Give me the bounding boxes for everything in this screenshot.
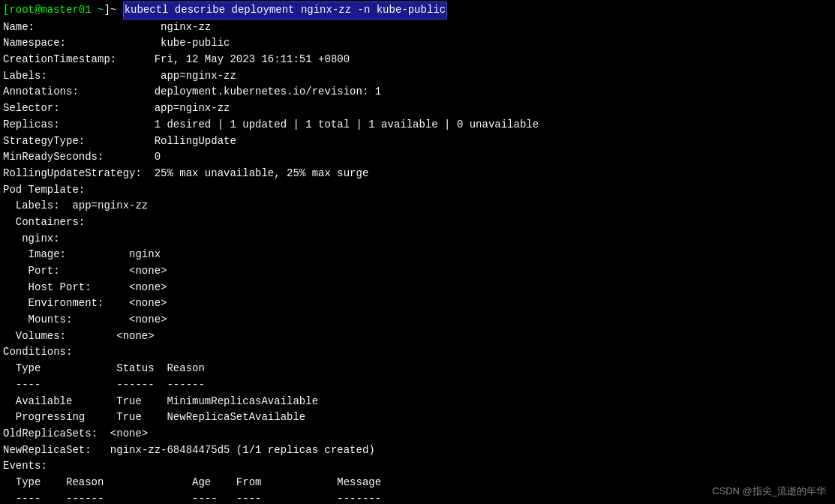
val-volumes: Volumes: <none> — [3, 328, 155, 345]
terminal: [root@master01 ~]~ kubectl describe depl… — [0, 0, 835, 504]
key-namespace: Namespace: — [3, 35, 66, 52]
output-line-27: NewReplicaSet: nginx-zz-68484475d5 (1/1 … — [3, 442, 832, 459]
output-line-17: Host Port: <none> — [3, 280, 832, 296]
output-line-29: Type Reason Age From Message — [3, 475, 832, 491]
val-pod-labels: Labels: app=nginx-zz — [3, 198, 148, 214]
output-line-8: StrategyType: RollingUpdate — [3, 134, 832, 150]
val-containers: Containers: — [3, 214, 85, 231]
val-environment: Environment: <none> — [3, 296, 167, 312]
key-conditions: Conditions: — [3, 344, 72, 361]
key-minready: MinReadySeconds: — [3, 149, 104, 166]
output-line-9: MinReadySeconds: 0 — [3, 149, 832, 166]
val-events-dashes: ---- ------ ---- ---- ------- — [3, 491, 381, 504]
output-line-14: nginx: — [3, 231, 832, 248]
val-creation: Fri, 12 May 2023 16:11:51 +0800 — [116, 52, 350, 68]
val-mounts: Mounts: <none> — [3, 312, 167, 328]
val-available: Available True MinimumReplicasAvailable — [3, 394, 318, 410]
val-events-header: Type Reason Age From Message — [3, 475, 381, 491]
val-namespace: kube-public — [66, 35, 230, 52]
key-creation: CreationTimestamp: — [3, 52, 116, 68]
val-conditions-header: Type Status Reason — [3, 361, 205, 377]
val-newreplicaset: nginx-zz-68484475d5 (1/1 replicas create… — [92, 442, 375, 459]
output-line-24: Available True MinimumReplicasAvailable — [3, 394, 832, 410]
prompt-user: [root@master01 — [3, 2, 92, 19]
val-strategy: RollingUpdate — [85, 134, 236, 150]
key-name: Name: — [3, 20, 35, 36]
val-rollingstrategy: 25% max unavailable, 25% max surge — [142, 166, 368, 182]
output-line-19: Mounts: <none> — [3, 312, 832, 328]
val-selector: app=nginx-zz — [60, 100, 230, 117]
output-line-2: Namespace: kube-public — [3, 35, 832, 52]
output-line-3: CreationTimestamp: Fri, 12 May 2023 16:1… — [3, 52, 832, 68]
key-labels: Labels: — [3, 68, 47, 85]
key-replicas: Replicas: — [3, 117, 60, 134]
val-name: nginx-zz — [35, 20, 211, 36]
key-rollingstrategy: RollingUpdateStrategy: — [3, 166, 142, 182]
val-hostport: Host Port: <none> — [3, 280, 167, 296]
val-image: Image: nginx — [3, 247, 161, 263]
key-selector: Selector: — [3, 100, 60, 117]
key-newreplicaset: NewReplicaSet: — [3, 442, 92, 459]
val-progressing: Progressing True NewReplicaSetAvailable — [3, 410, 305, 426]
val-conditions-dashes: ---- ------ ------ — [3, 377, 205, 394]
prompt-space — [92, 2, 98, 19]
output-line-6: Selector: app=nginx-zz — [3, 100, 832, 117]
val-annotations: deployment.kubernetes.io/revision: 1 — [79, 84, 381, 100]
output-line-13: Containers: — [3, 214, 832, 231]
output-line-1: Name: nginx-zz — [3, 20, 832, 36]
key-annotations: Annotations: — [3, 84, 79, 100]
command-text: kubectl describe deployment nginx-zz -n … — [123, 2, 447, 20]
output-line-16: Port: <none> — [3, 263, 832, 280]
val-port: Port: <none> — [3, 263, 167, 280]
output-line-10: RollingUpdateStrategy: 25% max unavailab… — [3, 166, 832, 182]
prompt-dollar: ]~ — [104, 2, 122, 19]
key-events: Events: — [3, 458, 47, 475]
output-line-18: Environment: <none> — [3, 296, 832, 312]
output-line-11: Pod Template: — [3, 182, 832, 199]
output-line-21: Conditions: — [3, 344, 832, 361]
val-oldreplicasets: <none> — [98, 426, 148, 442]
val-minready: 0 — [104, 149, 161, 166]
key-podtemplate: Pod Template: — [3, 182, 85, 199]
key-strategy: StrategyType: — [3, 134, 85, 150]
command-line: [root@master01 ~]~ kubectl describe depl… — [3, 2, 832, 20]
output-line-28: Events: — [3, 458, 832, 475]
val-replicas: 1 desired | 1 updated | 1 total | 1 avai… — [60, 117, 539, 134]
output-line-22: Type Status Reason — [3, 361, 832, 377]
output-line-20: Volumes: <none> — [3, 328, 832, 345]
prompt-tilde: ~ — [98, 2, 104, 19]
output-line-5: Annotations: deployment.kubernetes.io/re… — [3, 84, 832, 100]
output-line-4: Labels: app=nginx-zz — [3, 68, 832, 85]
val-nginx-name: nginx: — [3, 231, 60, 248]
output-line-15: Image: nginx — [3, 247, 832, 263]
key-oldreplicasets: OldReplicaSets: — [3, 426, 98, 442]
output-line-12: Labels: app=nginx-zz — [3, 198, 832, 214]
output-line-26: OldReplicaSets: <none> — [3, 426, 832, 442]
output-line-25: Progressing True NewReplicaSetAvailable — [3, 410, 832, 426]
watermark: CSDN @指尖_流逝的年华 — [712, 484, 826, 498]
output-line-30: ---- ------ ---- ---- ------- — [3, 491, 832, 504]
val-labels: app=nginx-zz — [47, 68, 236, 85]
output-line-23: ---- ------ ------ — [3, 377, 832, 394]
output-line-7: Replicas: 1 desired | 1 updated | 1 tota… — [3, 117, 832, 134]
